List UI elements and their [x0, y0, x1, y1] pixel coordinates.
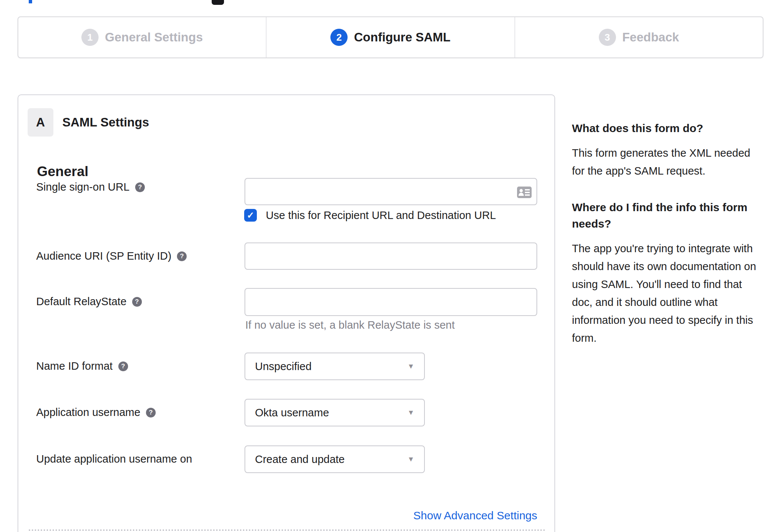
- audience-uri-label: Audience URI (SP Entity ID): [36, 250, 171, 262]
- contact-card-icon: [517, 187, 532, 198]
- help-icon[interactable]: ?: [118, 362, 128, 371]
- single-sign-on-url-label-row: Single sign-on URL ?: [36, 181, 145, 193]
- default-relaystate-label: Default RelayState: [36, 295, 127, 308]
- use-for-recipient-checkbox[interactable]: ✓: [244, 209, 257, 222]
- update-app-username-label: Update application username on: [36, 453, 192, 465]
- saml-settings-card: A SAML Settings General Single sign-on U…: [18, 94, 555, 532]
- general-heading: General: [37, 164, 88, 179]
- step-1-circle: 1: [81, 29, 99, 46]
- step-2-label: Configure SAML: [354, 30, 450, 44]
- section-a-badge: A: [28, 108, 53, 137]
- audience-uri-label-row: Audience URI (SP Entity ID) ?: [36, 250, 187, 262]
- step-feedback[interactable]: 3 Feedback: [514, 17, 763, 57]
- step-1-label: General Settings: [105, 30, 203, 44]
- default-relaystate-input[interactable]: [245, 288, 537, 316]
- step-2-circle: 2: [330, 29, 348, 46]
- update-app-username-value: Create and update: [255, 453, 345, 466]
- saml-settings-title: SAML Settings: [62, 115, 149, 129]
- wizard-stepper: 1 General Settings 2 Configure SAML 3 Fe…: [18, 16, 763, 58]
- single-sign-on-url-input[interactable]: [245, 178, 537, 205]
- help-icon[interactable]: ?: [146, 408, 156, 417]
- application-username-value: Okta username: [255, 407, 329, 419]
- help-icon[interactable]: ?: [135, 182, 145, 192]
- name-id-format-label-row: Name ID format ?: [36, 360, 128, 372]
- dropdown-arrow-icon: ▼: [407, 409, 414, 417]
- help-icon[interactable]: ?: [177, 251, 187, 261]
- single-sign-on-url-field: [245, 178, 537, 205]
- sidebar-question-1: What does this form do?: [572, 120, 763, 137]
- dropdown-arrow-icon: ▼: [407, 455, 414, 463]
- step-3-circle: 3: [599, 29, 616, 46]
- application-username-select[interactable]: Okta username ▼: [245, 399, 425, 426]
- name-id-format-select[interactable]: Unspecified ▼: [245, 353, 425, 380]
- update-app-username-select[interactable]: Create and update ▼: [245, 445, 425, 473]
- help-sidebar: What does this form do? This form genera…: [572, 120, 763, 366]
- sidebar-question-2: Where do I find the info this form needs…: [572, 199, 763, 232]
- application-username-label: Application username: [36, 406, 140, 419]
- dropdown-arrow-icon: ▼: [407, 362, 414, 370]
- dotted-section-divider: [29, 529, 545, 531]
- name-id-format-value: Unspecified: [255, 360, 312, 373]
- sidebar-answer-1: This form generates the XML needed for t…: [572, 144, 763, 180]
- clipped-logo-fragment: [212, 0, 224, 5]
- show-advanced-settings-link[interactable]: Show Advanced Settings: [18, 509, 537, 522]
- update-app-username-label-row: Update application username on: [36, 453, 192, 465]
- single-sign-on-url-label: Single sign-on URL: [36, 181, 130, 193]
- audience-uri-input[interactable]: [245, 242, 537, 270]
- step-configure-saml[interactable]: 2 Configure SAML: [266, 17, 514, 57]
- step-3-label: Feedback: [622, 30, 679, 44]
- name-id-format-label: Name ID format: [36, 360, 113, 372]
- use-for-recipient-checkbox-label: Use this for Recipient URL and Destinati…: [266, 209, 496, 222]
- relaystate-hint: If no value is set, a blank RelayState i…: [245, 319, 455, 331]
- application-username-label-row: Application username ?: [36, 406, 156, 419]
- sidebar-answer-2: The app you're trying to integrate with …: [572, 240, 763, 347]
- step-general-settings[interactable]: 1 General Settings: [18, 17, 266, 57]
- default-relaystate-label-row: Default RelayState ?: [36, 295, 142, 308]
- clipped-blue-fragment: [29, 0, 32, 3]
- help-icon[interactable]: ?: [132, 297, 142, 307]
